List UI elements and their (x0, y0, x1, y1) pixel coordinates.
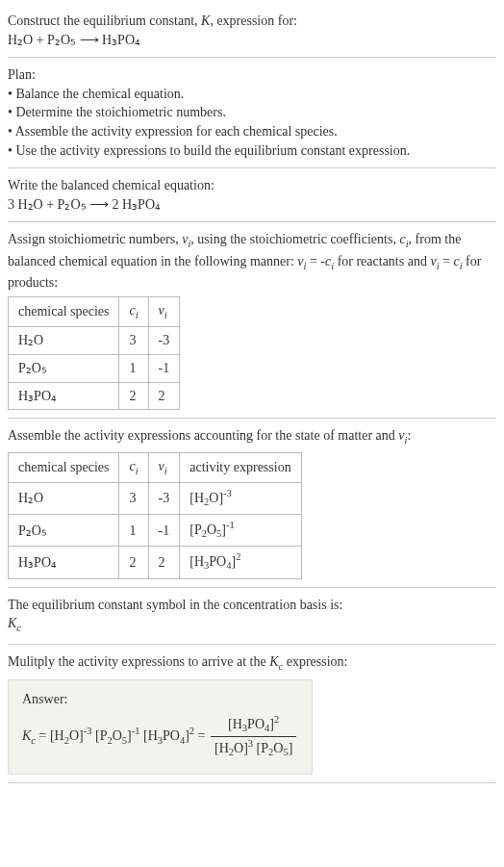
plan-bullet: • Balance the chemical equation. (8, 85, 496, 104)
unbalanced-equation: H₂O + P₂O₅ ⟶ H₃PO₄ (8, 31, 496, 50)
col-species: chemical species (9, 296, 119, 326)
symbol-value: Kc (8, 614, 496, 635)
col-vi: νi (148, 296, 180, 326)
plan-bullet: • Assemble the activity expression for e… (8, 122, 496, 141)
plan-bullet: • Determine the stoichiometric numbers. (8, 103, 496, 122)
stoich-text: Assign stoichiometric numbers, νi, using… (8, 230, 496, 293)
answer-label: Answer: (22, 690, 298, 709)
activity-table: chemical species ci νi activity expressi… (8, 452, 302, 579)
symbol-text: The equilibrium constant symbol in the c… (8, 596, 496, 615)
multiply-section: Mulitply the activity expressions to arr… (8, 645, 496, 783)
stoich-section: Assign stoichiometric numbers, νi, using… (8, 222, 496, 419)
activity-section: Assemble the activity expressions accoun… (8, 419, 496, 587)
intro-text: Construct the equilibrium constant, K, e… (8, 12, 496, 31)
activity-text: Assemble the activity expressions accoun… (8, 426, 496, 447)
answer-box: Answer: Kc = [H2O]-3 [P2O5]-1 [H3PO4]2 =… (8, 679, 313, 775)
col-ci: ci (119, 296, 148, 326)
table-header-row: chemical species ci νi activity expressi… (9, 452, 302, 482)
col-species: chemical species (9, 452, 119, 482)
plan-section: Plan: • Balance the chemical equation. •… (8, 58, 496, 168)
multiply-text: Mulitply the activity expressions to arr… (8, 652, 496, 674)
col-activity: activity expression (180, 452, 301, 482)
table-row: P₂O₅ 1 -1 [P2O5]-1 (9, 515, 302, 547)
plan-header: Plan: (8, 65, 496, 85)
col-ci: ci (119, 452, 148, 482)
activity-expr: [P2O5]-1 (180, 515, 301, 547)
balanced-header: Write the balanced chemical equation: (8, 176, 496, 195)
answer-equation: Kc = [H2O]-3 [P2O5]-1 [H3PO4]2 = [H3PO4]… (22, 713, 298, 760)
col-vi: νi (148, 452, 180, 482)
table-header-row: chemical species ci νi (9, 296, 180, 326)
plan-bullet: • Use the activity expressions to build … (8, 141, 496, 161)
intro-section: Construct the equilibrium constant, K, e… (8, 4, 496, 58)
table-row: H₃PO₄ 2 2 (9, 382, 180, 410)
activity-expr: [H2O]-3 (180, 483, 301, 515)
table-row: H₃PO₄ 2 2 [H3PO4]2 (9, 547, 302, 578)
table-row: H₂O 3 -3 (9, 327, 180, 355)
symbol-section: The equilibrium constant symbol in the c… (8, 588, 496, 645)
balanced-section: Write the balanced chemical equation: 3 … (8, 168, 496, 222)
stoich-table: chemical species ci νi H₂O 3 -3 P₂O₅ 1 -… (8, 296, 180, 410)
activity-expr: [H3PO4]2 (180, 547, 301, 578)
balanced-equation: 3 H₂O + P₂O₅ ⟶ 2 H₃PO₄ (8, 195, 496, 215)
table-row: P₂O₅ 1 -1 (9, 354, 180, 382)
table-row: H₂O 3 -3 [H2O]-3 (9, 483, 302, 515)
